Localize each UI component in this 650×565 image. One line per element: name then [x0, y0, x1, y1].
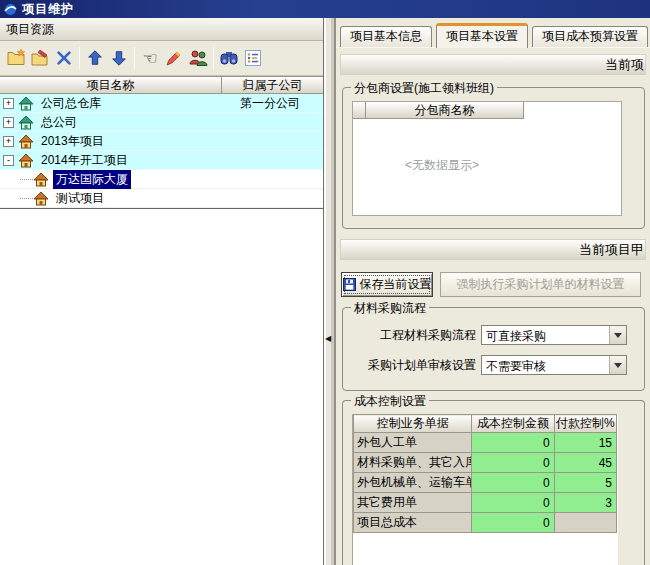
- yellow-house-icon: [33, 191, 50, 206]
- column-doc-type[interactable]: 控制业务单据: [354, 415, 472, 433]
- plan-review-label: 采购计划单审核设置: [343, 357, 476, 374]
- dropdown-button[interactable]: [609, 326, 626, 344]
- doc-type-cell: 外包人工单: [354, 433, 472, 453]
- procurement-flow-select[interactable]: 可直接采购: [481, 325, 627, 345]
- tree-connector: [20, 179, 33, 180]
- tree-node-label: 2013年项目: [38, 132, 107, 151]
- payment-percent-cell[interactable]: 45: [554, 453, 616, 473]
- save-settings-button[interactable]: 保存当前设置: [341, 272, 433, 297]
- report-icon[interactable]: [241, 46, 265, 70]
- dropdown-button[interactable]: [609, 356, 626, 374]
- project-resource-panel: 项目资源: [0, 18, 324, 565]
- panel-splitter[interactable]: ◀: [324, 18, 336, 565]
- move-up-icon[interactable]: [83, 46, 107, 70]
- tree-row-company-warehouse[interactable]: + 公司总仓库 第一分公司: [0, 94, 323, 113]
- tree-header: 项目名称 归属子公司: [0, 77, 323, 94]
- left-panel-empty-area: [0, 209, 323, 565]
- tree-node-label-selected: 万达国际大厦: [53, 170, 131, 189]
- procurement-flow-value: 可直接采购: [482, 326, 609, 344]
- collapse-left-arrow-icon[interactable]: ◀: [325, 334, 331, 343]
- procurement-flow-row: 工程材料采购流程 可直接采购: [343, 325, 644, 345]
- expand-toggle[interactable]: +: [3, 98, 14, 109]
- collapse-toggle[interactable]: -: [3, 155, 14, 166]
- tab-basic-settings[interactable]: 项目基本设置: [436, 23, 528, 48]
- cost-amount-cell[interactable]: 0: [472, 473, 554, 493]
- subcontractor-list: 分包商名称 <无数据显示>: [352, 101, 622, 216]
- cost-amount-cell[interactable]: 0: [472, 453, 554, 473]
- payment-percent-cell[interactable]: 5: [554, 473, 616, 493]
- column-payment-control[interactable]: 付款控制%: [554, 415, 616, 433]
- subcontractor-name-column[interactable]: 分包商名称: [366, 102, 524, 119]
- table-row: 项目总成本 0: [354, 513, 617, 533]
- doc-type-cell: 项目总成本: [354, 513, 472, 533]
- tree-row-head-office[interactable]: + 总公司: [0, 113, 323, 132]
- table-row: 其它费用单 0 3: [354, 493, 617, 513]
- subcontractor-group-title: 分包商设置(施工领料班组): [351, 80, 497, 97]
- no-data-placeholder: <无数据显示>: [405, 157, 479, 174]
- action-buttons: 保存当前设置 强制执行采购计划单的材料设置: [340, 272, 646, 297]
- tab-content: 当前项 分包商设置(施工领料班组) 分包商名称 <无数据显示> 当前项目甲: [336, 47, 650, 565]
- chevron-down-icon: [614, 333, 622, 342]
- toolbar-separator: [134, 47, 135, 69]
- payment-percent-cell[interactable]: 3: [554, 493, 616, 513]
- tree-connector: [20, 198, 33, 199]
- cost-amount-cell[interactable]: 0: [472, 493, 554, 513]
- find-binoculars-icon[interactable]: [217, 46, 241, 70]
- yellow-house-icon: [33, 172, 50, 187]
- green-house-icon: [18, 115, 35, 130]
- row-indicator-cell: [353, 102, 366, 119]
- cost-control-grid: 控制业务单据 成本控制金额 付款控制% 外包人工单 0 15 材料采购单、其它入…: [352, 414, 618, 565]
- section-header-current-project-party: 当前项目甲: [340, 239, 646, 260]
- window-title-bar: 项目维护: [0, 0, 650, 18]
- doc-type-cell: 外包机械单、运输车单: [354, 473, 472, 493]
- tree-toolbar: ☜: [0, 41, 323, 76]
- plan-review-select[interactable]: 不需要审核: [481, 355, 627, 375]
- section-header-current-project: 当前项: [340, 54, 646, 75]
- payment-percent-cell[interactable]: 15: [554, 433, 616, 453]
- grid-header-row: 控制业务单据 成本控制金额 付款控制%: [354, 415, 617, 433]
- delete-icon[interactable]: [52, 46, 76, 70]
- toolbar-separator: [213, 47, 214, 69]
- payment-percent-cell-disabled: [554, 513, 616, 533]
- team-icon[interactable]: [186, 46, 210, 70]
- cost-amount-cell[interactable]: 0: [472, 433, 554, 453]
- chevron-down-icon: [614, 363, 622, 372]
- select-hand-icon[interactable]: ☜: [138, 46, 162, 70]
- project-tree: 项目名称 归属子公司 + 公司总仓库 第一分公司 + 总公司 +: [0, 76, 323, 209]
- green-house-icon: [18, 96, 35, 111]
- toolbar-separator: [79, 47, 80, 69]
- subcontractor-groupbox: 分包商设置(施工领料班组) 分包商名称 <无数据显示>: [342, 87, 645, 229]
- edit-folder-icon[interactable]: [28, 46, 52, 70]
- yellow-house-icon: [18, 153, 35, 168]
- tab-basic-info[interactable]: 项目基本信息: [340, 26, 432, 47]
- procurement-groupbox: 材料采购流程 工程材料采购流程 可直接采购 采购计划单审核设置 不需要审核: [342, 307, 645, 391]
- tree-row-2013-projects[interactable]: + 2013年项目: [0, 132, 323, 151]
- table-row: 材料采购单、其它入库单 0 45: [354, 453, 617, 473]
- save-settings-label: 保存当前设置: [360, 276, 432, 293]
- floppy-disk-icon: [343, 278, 356, 291]
- tree-row-wanda-tower[interactable]: 万达国际大厦: [0, 170, 323, 189]
- yellow-house-icon: [18, 134, 35, 149]
- tree-node-label: 测试项目: [53, 189, 107, 208]
- force-material-settings-button[interactable]: 强制执行采购计划单的材料设置: [440, 272, 641, 297]
- cost-control-group-title: 成本控制设置: [351, 393, 429, 410]
- modify-pencil-icon[interactable]: [162, 46, 186, 70]
- new-folder-icon[interactable]: [4, 46, 28, 70]
- app-logo-icon: [4, 3, 17, 16]
- tree-node-label: 总公司: [38, 113, 80, 132]
- tree-row-test-project[interactable]: 测试项目: [0, 189, 323, 208]
- tab-cost-budget-settings[interactable]: 项目成本预算设置: [532, 26, 648, 47]
- expand-toggle[interactable]: +: [3, 136, 14, 147]
- doc-type-cell: 其它费用单: [354, 493, 472, 513]
- tree-column-name[interactable]: 项目名称: [0, 77, 222, 93]
- doc-type-cell: 材料采购单、其它入库单: [354, 453, 472, 473]
- tree-column-company[interactable]: 归属子公司: [222, 77, 323, 93]
- cost-amount-cell[interactable]: 0: [472, 513, 554, 533]
- cost-control-groupbox: 成本控制设置 控制业务单据 成本控制金额 付款控制% 外包人工单 0 15: [342, 400, 645, 565]
- column-cost-amount[interactable]: 成本控制金额: [472, 415, 554, 433]
- tree-row-2014-projects[interactable]: - 2014年开工项目: [0, 151, 323, 170]
- tree-node-label: 公司总仓库: [38, 94, 104, 113]
- move-down-icon[interactable]: [107, 46, 131, 70]
- window-title: 项目维护: [22, 1, 74, 18]
- expand-toggle[interactable]: +: [3, 117, 14, 128]
